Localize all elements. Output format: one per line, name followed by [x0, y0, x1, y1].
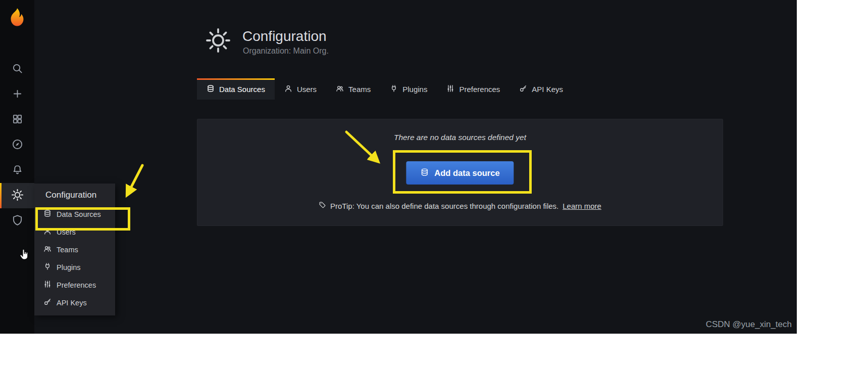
- sliders-icon: [43, 280, 52, 290]
- sidebar-item-explore[interactable]: [0, 132, 34, 158]
- sidebar-nav: [0, 57, 34, 234]
- tab-label: Data Sources: [219, 85, 265, 94]
- grafana-logo-icon[interactable]: [7, 6, 28, 28]
- tab-api-keys[interactable]: API Keys: [509, 78, 573, 100]
- flyout-item-users[interactable]: Users: [34, 223, 115, 241]
- flyout-item-label: Users: [57, 228, 76, 236]
- page-subtitle: Organization: Main Org.: [243, 47, 329, 56]
- key-icon: [519, 84, 527, 94]
- plus-icon: [12, 88, 23, 102]
- tab-plugins[interactable]: Plugins: [380, 78, 437, 100]
- sidebar: [0, 0, 34, 334]
- flyout-item-teams[interactable]: Teams: [34, 241, 115, 258]
- sidebar-item-configuration[interactable]: [0, 183, 34, 208]
- protip-text: ProTip: You can also define data sources…: [330, 202, 558, 210]
- configuration-flyout-menu: Configuration Data Sources Users Teams P…: [34, 184, 115, 315]
- sliders-icon: [446, 84, 454, 94]
- sidebar-item-dashboards[interactable]: [0, 107, 34, 132]
- tab-label: Users: [297, 85, 317, 94]
- page-gear-icon: [206, 28, 230, 53]
- plug-icon: [390, 84, 398, 94]
- tab-label: Teams: [348, 85, 371, 94]
- flyout-item-label: API Keys: [57, 299, 87, 307]
- flyout-item-data-sources[interactable]: Data Sources: [34, 205, 115, 223]
- shield-icon: [12, 214, 23, 228]
- flyout-item-label: Teams: [57, 246, 78, 254]
- gear-icon: [12, 189, 23, 203]
- tab-label: Preferences: [459, 85, 500, 94]
- data-sources-panel: There are no data sources defined yet Ad…: [197, 119, 723, 226]
- annotation-arrow-menu: [127, 165, 142, 195]
- config-tabs: Data Sources Users Teams Plugins Prefere…: [197, 78, 573, 100]
- tab-label: Plugins: [402, 85, 427, 94]
- protip-row: ProTip: You can also define data sources…: [197, 201, 723, 210]
- flyout-item-label: Data Sources: [57, 210, 101, 218]
- grafana-window: Configuration Data Sources Users Teams P…: [0, 0, 797, 334]
- tab-preferences[interactable]: Preferences: [437, 78, 509, 100]
- database-icon: [207, 84, 215, 94]
- plug-icon: [43, 262, 52, 272]
- empty-state-message: There are no data sources defined yet: [197, 133, 723, 142]
- add-data-source-button[interactable]: Add data source: [406, 161, 514, 185]
- compass-icon: [12, 139, 23, 152]
- csdn-watermark: CSDN @yue_xin_tech: [706, 320, 792, 330]
- tab-teams[interactable]: Teams: [326, 78, 380, 100]
- tab-label: API Keys: [532, 85, 563, 94]
- database-icon: [420, 168, 429, 178]
- flyout-title: Configuration: [34, 184, 115, 205]
- add-button-label: Add data source: [434, 168, 499, 178]
- flyout-item-plugins[interactable]: Plugins: [34, 258, 115, 276]
- user-icon: [284, 84, 292, 94]
- grid-icon: [12, 113, 23, 127]
- sidebar-item-search[interactable]: [0, 57, 34, 82]
- flyout-item-preferences[interactable]: Preferences: [34, 276, 115, 294]
- protip-icon: [319, 201, 326, 210]
- tab-users[interactable]: Users: [275, 78, 326, 100]
- sidebar-item-create[interactable]: [0, 82, 34, 107]
- flyout-item-label: Plugins: [57, 263, 81, 271]
- users-icon: [43, 245, 52, 254]
- search-icon: [12, 63, 23, 76]
- key-icon: [43, 298, 52, 307]
- flyout-item-api-keys[interactable]: API Keys: [34, 294, 115, 311]
- page-title: Configuration: [242, 28, 327, 44]
- bell-icon: [12, 164, 23, 177]
- sidebar-item-alerting[interactable]: [0, 158, 34, 183]
- user-icon: [43, 227, 52, 237]
- tab-data-sources[interactable]: Data Sources: [197, 78, 275, 100]
- learn-more-link[interactable]: Learn more: [563, 202, 601, 210]
- users-icon: [336, 84, 344, 94]
- database-icon: [43, 209, 52, 219]
- sidebar-item-server-admin[interactable]: [0, 208, 34, 234]
- flyout-item-label: Preferences: [57, 281, 96, 289]
